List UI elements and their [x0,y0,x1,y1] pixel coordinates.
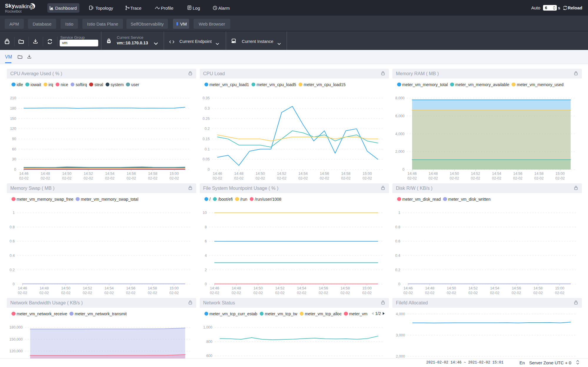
svg-text:02-02: 02-02 [210,291,219,295]
svg-text:02-02: 02-02 [275,291,284,295]
svg-text:14:46: 14:46 [210,286,219,290]
svg-text:14:52: 14:52 [84,172,93,176]
svg-text:02-02: 02-02 [83,291,92,295]
svg-text:02-02: 02-02 [429,176,438,180]
svg-text:02-02: 02-02 [231,291,241,295]
svg-text:14:52: 14:52 [83,286,92,290]
svg-text:02-02: 02-02 [255,176,265,180]
svg-text:210: 210 [10,96,16,100]
svg-text:02-02: 02-02 [533,291,543,295]
svg-text:02-02: 02-02 [407,176,417,180]
svg-text:02-02: 02-02 [534,176,544,180]
svg-text:02-02: 02-02 [425,291,434,295]
svg-text:6,000: 6,000 [395,114,404,118]
svg-text:15:00: 15:00 [362,286,371,290]
svg-text:14:50: 14:50 [61,286,70,290]
svg-text:14:50: 14:50 [62,172,71,176]
svg-text:2: 2 [205,268,207,272]
svg-text:0.8: 0.8 [10,225,15,229]
svg-text:02-02: 02-02 [297,291,306,295]
svg-text:4,000: 4,000 [395,132,404,136]
svg-text:800: 800 [206,340,212,344]
svg-text:14:46: 14:46 [407,172,417,176]
svg-text:14:52: 14:52 [469,286,478,290]
svg-text:14:58: 14:58 [534,286,543,290]
svg-text:02-02: 02-02 [490,291,499,295]
svg-text:02-02: 02-02 [41,176,50,180]
svg-text:0.05: 0.05 [202,157,209,161]
svg-text:02-02: 02-02 [148,176,157,180]
svg-text:0.25: 0.25 [202,117,209,121]
svg-text:0.15: 0.15 [202,137,209,141]
svg-text:02-02: 02-02 [340,291,350,295]
svg-text:1: 1 [13,211,15,215]
svg-text:14:56: 14:56 [319,286,328,290]
svg-text:14:48: 14:48 [425,286,434,290]
svg-text:14:46: 14:46 [404,286,413,290]
svg-text:4,000: 4,000 [396,312,405,316]
svg-text:0: 0 [205,282,207,286]
svg-text:14:56: 14:56 [127,172,136,176]
svg-text:600: 600 [206,354,212,358]
svg-text:02-02: 02-02 [126,291,136,295]
svg-text:02-02: 02-02 [234,176,243,180]
svg-text:14:50: 14:50 [447,286,456,290]
svg-text:02-02: 02-02 [298,176,308,180]
svg-text:14:50: 14:50 [253,286,262,290]
svg-text:02-02: 02-02 [104,291,114,295]
svg-text:02-02: 02-02 [148,291,157,295]
svg-text:02-02: 02-02 [447,291,456,295]
svg-text:6: 6 [205,239,207,243]
svg-text:14:54: 14:54 [105,172,114,176]
svg-text:02-02: 02-02 [19,176,29,180]
svg-text:02-02: 02-02 [512,291,521,295]
svg-text:14:46: 14:46 [19,172,29,176]
svg-text:14:58: 14:58 [340,286,349,290]
svg-text:0.2: 0.2 [395,268,400,272]
svg-text:02-02: 02-02 [468,291,478,295]
svg-text:0.6: 0.6 [10,239,15,243]
svg-text:14:54: 14:54 [492,172,501,176]
svg-text:180,000: 180,000 [9,325,23,329]
svg-text:14:46: 14:46 [18,286,27,290]
svg-text:02-02: 02-02 [105,176,114,180]
svg-text:8,000: 8,000 [395,96,404,100]
svg-text:0: 0 [13,282,15,286]
svg-text:0: 0 [402,167,404,172]
svg-text:150,000: 150,000 [9,337,23,341]
svg-text:02-02: 02-02 [319,291,328,295]
svg-text:14:58: 14:58 [341,172,350,176]
svg-text:14:46: 14:46 [213,172,222,176]
svg-text:1: 1 [398,211,400,215]
svg-text:0.2: 0.2 [10,268,15,272]
svg-text:02-02: 02-02 [362,291,372,295]
svg-text:02-02: 02-02 [277,176,286,180]
svg-text:14:58: 14:58 [534,172,544,176]
svg-text:02-02: 02-02 [61,291,71,295]
svg-text:10: 10 [203,211,207,215]
svg-text:1,000: 1,000 [203,325,212,329]
svg-text:90: 90 [12,137,16,141]
svg-text:0.4: 0.4 [395,254,400,258]
svg-text:02-02: 02-02 [450,176,459,180]
svg-text:150: 150 [10,117,16,121]
svg-text:14:50: 14:50 [256,172,265,176]
svg-text:02-02: 02-02 [62,176,71,180]
svg-text:0.2: 0.2 [204,127,209,131]
svg-text:14:58: 14:58 [148,172,157,176]
svg-text:0: 0 [398,282,400,286]
svg-text:14:48: 14:48 [41,172,50,176]
svg-text:0.35: 0.35 [202,96,209,100]
svg-text:0.3: 0.3 [204,106,209,110]
svg-text:15:00: 15:00 [362,172,372,176]
svg-text:14:54: 14:54 [490,286,499,290]
svg-text:0.1: 0.1 [204,147,209,151]
svg-text:14:48: 14:48 [231,286,241,290]
svg-text:14:48: 14:48 [234,172,243,176]
svg-text:120,000: 120,000 [9,349,23,353]
svg-text:14:50: 14:50 [450,172,459,176]
svg-text:14:52: 14:52 [471,172,480,176]
svg-text:14:54: 14:54 [297,286,306,290]
svg-text:0: 0 [14,167,16,172]
svg-text:02-02: 02-02 [84,176,93,180]
